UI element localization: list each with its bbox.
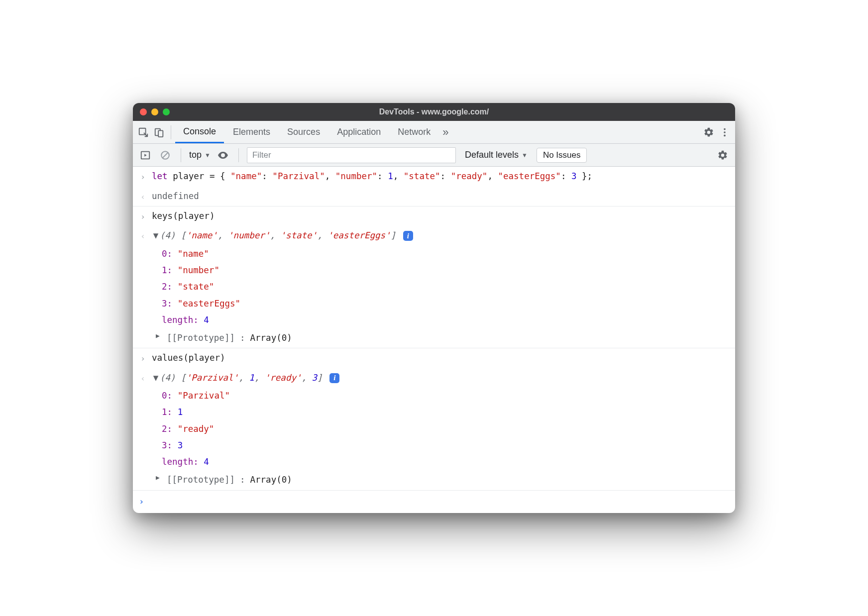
disclosure-triangle-icon[interactable]: ▼: [152, 227, 160, 244]
code-line: keys(player): [152, 208, 729, 224]
info-badge-icon[interactable]: i: [403, 231, 413, 241]
result-value: undefined: [152, 188, 729, 205]
prompt-caret-icon: ›: [139, 494, 144, 510]
input-caret-icon: ›: [139, 208, 147, 224]
prototype-row[interactable]: ▶[[Prototype]]: Array(0): [133, 328, 735, 348]
close-window-button[interactable]: [140, 108, 147, 115]
kebab-menu-icon[interactable]: [717, 125, 732, 140]
tab-sources[interactable]: Sources: [279, 121, 328, 143]
console-output: › let player = { "name": "Parzival", "nu…: [133, 167, 735, 513]
console-result-row[interactable]: ‹ ▼(4) ['Parzival', 1, 'ready', 3] i: [133, 368, 735, 388]
svg-point-4: [724, 131, 726, 133]
disclosure-triangle-icon[interactable]: ▶: [154, 330, 162, 342]
window-title: DevTools - www.google.com/: [133, 107, 735, 116]
issues-button[interactable]: No Issues: [537, 148, 587, 163]
context-label: top: [189, 150, 202, 160]
code-line: let player = { "name": "Parzival", "numb…: [152, 168, 729, 185]
array-summary: ▼(4) ['name', 'number', 'state', 'easter…: [152, 227, 729, 244]
tabbar: Console Elements Sources Application Net…: [133, 121, 735, 144]
chevron-down-icon: ▼: [522, 152, 528, 159]
tab-application[interactable]: Application: [329, 121, 389, 143]
console-result-row: ‹ undefined: [133, 187, 735, 206]
divider: [238, 148, 239, 162]
array-summary: ▼(4) ['Parzival', 1, 'ready', 3] i: [152, 370, 729, 386]
traffic-lights: [140, 108, 170, 115]
console-prompt[interactable]: ›: [133, 491, 735, 513]
array-expansion: 0: "name" 1: "number" 2: "state" 3: "eas…: [133, 246, 735, 328]
tab-network[interactable]: Network: [390, 121, 438, 143]
info-badge-icon[interactable]: i: [329, 373, 339, 383]
tab-console[interactable]: Console: [175, 121, 224, 143]
divider: [171, 125, 171, 139]
console-result-row[interactable]: ‹ ▼(4) ['name', 'number', 'state', 'east…: [133, 226, 735, 245]
input-caret-icon: ›: [139, 350, 147, 366]
disclosure-triangle-icon[interactable]: ▼: [152, 370, 160, 386]
output-caret-icon: ‹: [139, 370, 147, 386]
chevron-down-icon: ▼: [205, 152, 211, 159]
output-caret-icon: ‹: [139, 227, 147, 244]
console-input-row[interactable]: › let player = { "name": "Parzival", "nu…: [133, 167, 735, 186]
settings-gear-icon[interactable]: [701, 125, 716, 140]
filter-input[interactable]: Filter: [247, 147, 456, 163]
disclosure-triangle-icon[interactable]: ▶: [154, 472, 162, 484]
device-toolbar-icon[interactable]: [152, 125, 167, 140]
input-caret-icon: ›: [139, 168, 147, 185]
live-expression-eye-icon[interactable]: [216, 148, 230, 163]
code-line: values(player): [152, 350, 729, 366]
tab-elements[interactable]: Elements: [225, 121, 278, 143]
more-tabs-button[interactable]: »: [439, 126, 451, 139]
devtools-window: DevTools - www.google.com/ Console Eleme…: [133, 103, 735, 513]
console-sidebar-toggle-icon[interactable]: [138, 148, 153, 163]
console-settings-gear-icon[interactable]: [715, 148, 730, 163]
output-caret-icon: ‹: [139, 188, 147, 205]
console-input-row[interactable]: › values(player): [133, 348, 735, 368]
log-levels-selector[interactable]: Default levels ▼: [465, 150, 528, 160]
clear-console-icon[interactable]: [158, 148, 173, 163]
prototype-row[interactable]: ▶[[Prototype]]: Array(0): [133, 470, 735, 490]
filter-placeholder: Filter: [252, 150, 271, 160]
levels-label: Default levels: [465, 150, 519, 160]
fullscreen-window-button[interactable]: [163, 108, 170, 115]
svg-point-5: [724, 134, 726, 136]
array-expansion: 0: "Parzival" 1: 1 2: "ready" 3: 3 lengt…: [133, 388, 735, 470]
minimize-window-button[interactable]: [151, 108, 158, 115]
console-input-row[interactable]: › keys(player): [133, 206, 735, 226]
svg-rect-2: [158, 130, 163, 137]
divider: [181, 148, 181, 162]
svg-point-3: [724, 128, 726, 130]
console-toolbar: top ▼ Filter Default levels ▼ No Issues: [133, 144, 735, 167]
svg-line-8: [163, 152, 168, 158]
titlebar: DevTools - www.google.com/: [133, 103, 735, 121]
context-selector[interactable]: top ▼: [189, 150, 211, 160]
inspect-element-icon[interactable]: [136, 125, 151, 140]
